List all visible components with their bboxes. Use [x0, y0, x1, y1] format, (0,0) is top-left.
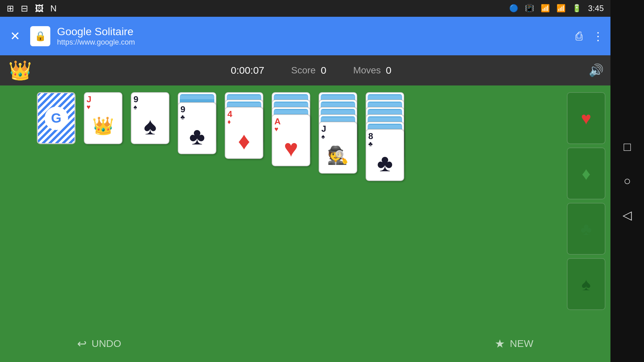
new-game-button[interactable]: ★ NEW [485, 332, 543, 355]
tableau-col-6[interactable]: J ♠ 🕵️ [319, 92, 357, 201]
bluetooth-icon: 🔵 [509, 4, 518, 13]
top-row: G J ♥ 👑 9 ♠ ♠ [37, 92, 574, 213]
browser-url-area: Google Solitaire https://www.google.com [57, 25, 569, 47]
back-nav-icon[interactable]: ◁ [623, 208, 632, 222]
moves-label: Moves [353, 65, 381, 76]
browser-title: Google Solitaire [57, 25, 569, 38]
game-area: ♥ ♦ ♣ ♠ G J ♥ 👑 [0, 85, 610, 362]
status-bar-left: ⊞ ⊟ 🖼 N [7, 3, 57, 14]
status-time: 3:45 [588, 4, 604, 13]
card-rank-top: J [87, 95, 120, 104]
battery-icon: 🔋 [572, 4, 581, 13]
stock-pile-inner: G [38, 93, 74, 143]
score-label: Score [291, 65, 316, 76]
card-center: ♠ [133, 110, 167, 141]
card-jack-spades[interactable]: J ♠ 🕵️ [319, 122, 357, 174]
stock-pile[interactable]: G [37, 92, 75, 144]
card-4-diamonds[interactable]: 4 ♦ ♦ [225, 107, 263, 159]
card-jack-hearts[interactable]: J ♥ 👑 [84, 92, 122, 144]
undo-icon: ↩ [77, 337, 87, 350]
score-value: 0 [321, 65, 326, 76]
card-rank-top: 9 [133, 95, 167, 104]
tableau-col-4[interactable]: 4 ♦ ♦ [225, 92, 263, 171]
tableau-col-1[interactable]: J ♥ 👑 [84, 92, 122, 144]
card-suit-top: ♠ [133, 104, 167, 110]
app-icon-grid: ⊞ [7, 3, 14, 14]
moves-value: 0 [386, 65, 391, 76]
tableau-col-7[interactable]: 8 ♣ ♣ [366, 92, 404, 213]
app-icon-bookmark: ⊟ [21, 3, 28, 14]
game-header: 👑 0:00:07 Score 0 Moves 0 🔊 [0, 55, 610, 85]
tableau-col-2[interactable]: 9 ♠ ♠ [131, 92, 169, 144]
tableau-col-5[interactable]: A ♥ ♥ [272, 92, 310, 189]
star-icon: ★ [495, 337, 505, 350]
wifi-icon: 📶 [541, 4, 550, 13]
menu-icon[interactable]: ⋮ [592, 29, 604, 43]
square-nav-icon[interactable]: □ [624, 140, 631, 154]
moves-stat: Moves 0 [353, 65, 391, 76]
status-bar-right: 🔵 📳 📶 📶 🔋 3:45 [509, 4, 604, 13]
score-stat: Score 0 [291, 65, 326, 76]
tableau-col-3[interactable]: 9 ♣ ♣ [178, 92, 216, 158]
browser-actions: ⎙ ⋮ [576, 29, 604, 43]
card-9-spades[interactable]: 9 ♠ ♠ [131, 92, 169, 144]
google-logo: G [45, 107, 68, 130]
status-bar: ⊞ ⊟ 🖼 N 🔵 📳 📶 📶 🔋 3:45 [0, 0, 610, 17]
foundation-clubs[interactable]: ♣ [567, 203, 605, 255]
browser-url: https://www.google.com [57, 38, 569, 47]
android-nav-sidebar: □ ○ ◁ [610, 0, 644, 362]
undo-label: UNDO [92, 338, 121, 349]
card-8-clubs[interactable]: 8 ♣ ♣ [366, 129, 404, 181]
foundation-diamonds[interactable]: ♦ [567, 147, 605, 199]
lock-icon: 🔒 [30, 26, 50, 46]
circle-nav-icon[interactable]: ○ [624, 174, 631, 188]
browser-bar: ✕ 🔒 Google Solitaire https://www.google.… [0, 17, 610, 55]
sound-icon[interactable]: 🔊 [589, 63, 604, 77]
vibrate-icon: 📳 [525, 4, 534, 13]
app-icon-n: N [50, 3, 57, 14]
bottom-controls: ↩ UNDO ★ NEW [0, 332, 610, 355]
card-suit-top: ♥ [87, 104, 120, 110]
signal-icon: 📶 [556, 4, 566, 13]
close-button[interactable]: ✕ [7, 26, 23, 47]
share-icon[interactable]: ⎙ [576, 29, 582, 43]
foundation-hearts[interactable]: ♥ [567, 92, 605, 144]
card-center-figure: 👑 [87, 110, 120, 141]
undo-button[interactable]: ↩ UNDO [67, 332, 131, 355]
card-9-clubs[interactable]: 9 ♣ ♣ [178, 102, 216, 154]
app-icon-image: 🖼 [35, 3, 44, 14]
game-stats: 0:00:07 Score 0 Moves 0 [47, 65, 575, 76]
timer: 0:00:07 [231, 65, 264, 76]
new-label: NEW [510, 338, 533, 349]
foundation-piles: ♥ ♦ ♣ ♠ [567, 92, 605, 310]
foundation-spades[interactable]: ♠ [567, 258, 605, 310]
card-ace-hearts[interactable]: A ♥ ♥ [272, 114, 310, 166]
king-avatar: 👑 [7, 57, 34, 84]
